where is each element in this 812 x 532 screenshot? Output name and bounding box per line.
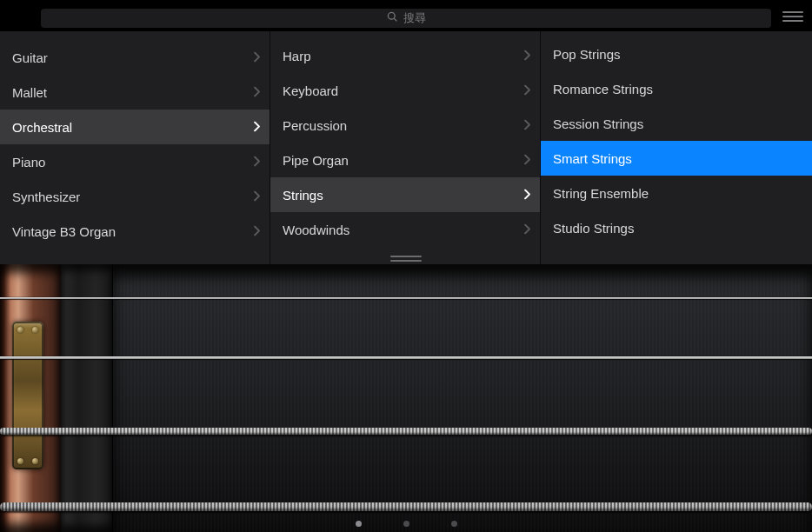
row-label: Studio Strings	[553, 221, 634, 236]
browser-column-1[interactable]: Drum MachineGuitarMalletOrchestralPianoS…	[0, 31, 270, 264]
row-label: Synthesizer	[12, 190, 80, 204]
row-label: Woodwinds	[283, 223, 349, 237]
chevron-right-icon	[254, 120, 261, 135]
chevron-right-icon	[524, 49, 531, 63]
row-label: Keyboard	[283, 83, 338, 98]
chevron-right-icon	[254, 224, 261, 239]
page-dot-2[interactable]	[403, 521, 409, 527]
browser-drag-handle[interactable]	[390, 254, 422, 263]
instrument-view[interactable]	[0, 264, 812, 532]
chevron-right-icon	[254, 190, 261, 204]
row-label: String Ensemble	[553, 186, 649, 201]
row-label: Guitar	[12, 50, 48, 65]
browser-row[interactable]: Mallet	[0, 75, 270, 110]
browser-row[interactable]: Keyboard	[270, 73, 540, 108]
row-label: Vintage B3 Organ	[12, 224, 116, 239]
row-label: Session Strings	[553, 116, 643, 131]
browser-row[interactable]: Drum Machine	[0, 31, 270, 40]
browser-row[interactable]: Session Strings	[541, 106, 812, 141]
browser-row[interactable]: Choir	[270, 31, 540, 38]
bridge-plate	[12, 322, 43, 469]
browser-row[interactable]: Pipe Organ	[270, 143, 540, 177]
browser-row[interactable]: Synthesizer	[0, 179, 270, 214]
browser-row[interactable]: Guitar	[0, 40, 270, 75]
menu-button[interactable]	[782, 9, 803, 24]
row-label: Orchestral	[12, 120, 72, 135]
row-label: Strings	[283, 188, 323, 203]
instrument-browser: Drum MachineGuitarMalletOrchestralPianoS…	[0, 31, 812, 264]
chevron-right-icon	[524, 83, 531, 98]
browser-row[interactable]: Smart Strings	[541, 141, 812, 176]
browser-column-2[interactable]: ChoirHarpKeyboardPercussionPipe OrganStr…	[270, 31, 541, 264]
page-dot-3[interactable]	[451, 521, 457, 527]
browser-row[interactable]: Vintage B3 Organ	[0, 214, 270, 249]
instrument-fret-area	[61, 264, 113, 532]
instrument-body	[113, 264, 812, 532]
page-indicator[interactable]	[0, 521, 812, 527]
browser-row[interactable]: Harp	[270, 38, 540, 73]
browser-row[interactable]: Strings	[270, 177, 540, 212]
chevron-right-icon	[254, 155, 261, 170]
browser-row[interactable]: String Ensemble	[541, 176, 812, 210]
row-label: Smart Strings	[553, 151, 632, 166]
browser-row[interactable]: Percussion	[270, 108, 540, 143]
browser-row[interactable]: Romance Strings	[541, 71, 812, 106]
chevron-right-icon	[524, 188, 531, 203]
search-placeholder: 搜尋	[403, 10, 426, 26]
browser-column-3[interactable]: Modern StringsPop StringsRomance Strings…	[541, 31, 812, 264]
row-label: Pop Strings	[553, 47, 621, 62]
chevron-right-icon	[524, 153, 531, 168]
row-label: Percussion	[283, 118, 347, 133]
browser-row[interactable]: Pop Strings	[541, 37, 812, 71]
top-bar: 搜尋	[0, 7, 812, 30]
chevron-right-icon	[254, 85, 261, 100]
chevron-right-icon	[254, 50, 261, 65]
row-label: Mallet	[12, 85, 47, 100]
search-icon	[387, 11, 398, 25]
row-label: Pipe Organ	[283, 153, 349, 168]
row-label: Piano	[12, 155, 45, 170]
browser-row[interactable]: Woodwinds	[270, 212, 540, 247]
chevron-right-icon	[524, 118, 531, 133]
search-field[interactable]: 搜尋	[41, 9, 771, 28]
browser-row[interactable]: Piano	[0, 144, 270, 179]
page-dot-1[interactable]	[356, 521, 362, 527]
row-label: Harp	[283, 49, 311, 63]
row-label: Romance Strings	[553, 82, 653, 96]
browser-row[interactable]: Studio Strings	[541, 210, 812, 245]
browser-row[interactable]: Orchestral	[0, 110, 270, 144]
app-root: 搜尋 Drum MachineGuitarMalletOrchestralPia…	[0, 0, 812, 532]
chevron-right-icon	[524, 223, 531, 237]
